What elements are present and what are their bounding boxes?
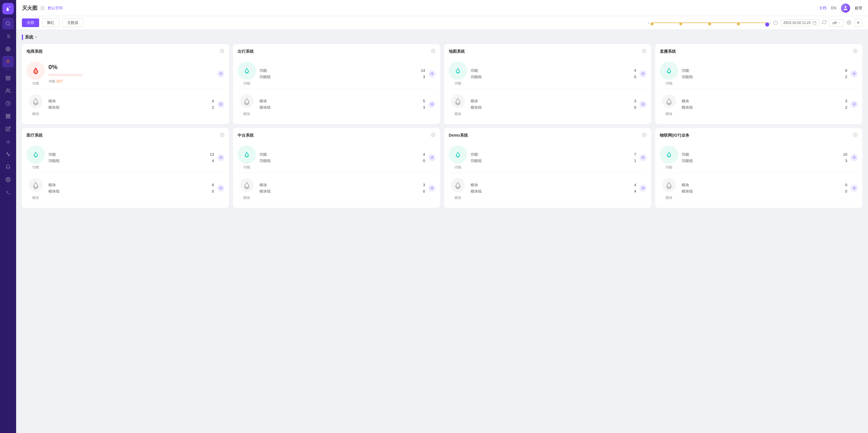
detail-btn-module-transport[interactable]: 详	[429, 101, 435, 108]
detail-btn-func-medical[interactable]: 详	[217, 154, 224, 161]
topbar: 灭火图 默认空间 文档 EN 超管	[16, 0, 868, 16]
stat-func-group-demo: 功能组1	[471, 158, 636, 164]
stat-module-count-map: 模块3	[471, 98, 636, 104]
section-collapse-arrow[interactable]: ▾	[35, 35, 37, 39]
timeline-refresh-btn[interactable]	[822, 20, 827, 26]
avatar[interactable]	[841, 3, 850, 13]
card-func-icon-midplatform	[238, 145, 256, 164]
detail-btn-module-live[interactable]: 详	[851, 101, 858, 108]
detail-btn-module-demo[interactable]: 详	[640, 185, 647, 192]
sidebar-item-target[interactable]	[2, 43, 14, 55]
card-module-icon-map	[449, 92, 467, 110]
sidebar-item-search[interactable]	[2, 18, 14, 29]
card-gear-medical[interactable]	[220, 133, 224, 138]
timeline-dot-3[interactable]	[708, 23, 711, 25]
system-card-ecommerce: 电商系统 功能 0%	[22, 44, 229, 124]
sidebar-item-chart-line[interactable]	[2, 148, 14, 160]
card-gear-map[interactable]	[642, 49, 647, 55]
card-gear-transport[interactable]	[431, 49, 435, 55]
sidebar-item-terminal[interactable]	[2, 186, 14, 198]
timeline-dot-2[interactable]	[679, 23, 682, 25]
detail-btn-module-midplatform[interactable]: 详	[429, 185, 435, 192]
filter-nodata-btn[interactable]: 无数据	[62, 19, 83, 27]
timeline-dot-4[interactable]	[737, 23, 740, 25]
lang-toggle[interactable]: EN	[831, 6, 836, 10]
card-module-section-transport: 模块 模块5 模块组3 详	[238, 89, 435, 119]
svg-point-55	[241, 149, 253, 160]
card-gear-demo[interactable]	[642, 133, 647, 138]
system-card-medical: 医疗系统 功能 功能13	[22, 128, 229, 208]
main-area: 灭火图 默认空间 文档 EN 超管 全部 飘红 无数据 ‹	[16, 0, 868, 433]
card-gear-live[interactable]	[853, 49, 858, 55]
detail-btn-module-ecommerce[interactable]: 详	[217, 101, 224, 108]
detail-btn-module-map[interactable]: 详	[640, 101, 647, 108]
space-selector[interactable]: 默认空间	[48, 5, 63, 11]
sidebar-item-bell[interactable]	[2, 161, 14, 173]
detail-btn-func-iot[interactable]: 详	[851, 154, 858, 161]
svg-point-50	[662, 94, 676, 108]
card-func-section-demo: 功能 功能7 功能组1 详	[449, 142, 647, 173]
timeline-prev[interactable]: ‹	[648, 20, 649, 25]
username[interactable]: 超管	[855, 5, 862, 11]
card-module-stats-midplatform: 模块3 模块组0	[259, 182, 425, 194]
card-icon-col-func-transport: 功能	[238, 61, 256, 86]
timeline-off-btn[interactable]: off	[829, 19, 844, 27]
sidebar-item-fire[interactable]	[2, 56, 14, 67]
dashboard-content: 系统 ▾ 电商系统 功能	[16, 30, 868, 433]
app-logo[interactable]	[2, 3, 14, 15]
card-module-icon-transport	[238, 92, 256, 110]
svg-point-24	[7, 179, 9, 180]
card-func-icon-live	[660, 61, 678, 80]
card-gear-midplatform[interactable]	[431, 133, 435, 138]
section-header: 系统 ▾	[22, 34, 862, 40]
svg-point-16	[7, 89, 8, 90]
timeline-add-btn[interactable]: +	[854, 19, 862, 27]
card-icon-col-func-demo: 功能	[449, 145, 467, 170]
sidebar-item-grid[interactable]	[2, 73, 14, 84]
detail-btn-func-midplatform[interactable]: 详	[429, 154, 435, 161]
card-func-icon-iot	[660, 145, 678, 164]
card-icon-col-func-live: 功能	[660, 61, 678, 86]
card-func-label-ecommerce: 功能	[32, 81, 39, 86]
card-gear-iot[interactable]	[853, 133, 858, 138]
timeline-next[interactable]: ›	[770, 20, 771, 25]
timeline-datetime[interactable]: 2023-10-20 11:23	[781, 19, 819, 26]
detail-btn-module-iot[interactable]: 详	[851, 185, 858, 192]
sidebar-item-edit[interactable]	[2, 123, 14, 135]
card-icon-col-func-iot: 功能	[660, 145, 678, 170]
timeline-track	[652, 20, 767, 26]
card-module-label-midplatform: 模块	[243, 196, 250, 200]
filter-red-btn[interactable]: 飘红	[42, 19, 59, 27]
card-gear-ecommerce[interactable]	[220, 49, 224, 55]
sidebar-item-clock[interactable]	[2, 98, 14, 109]
detail-btn-func-transport[interactable]: 详	[429, 70, 435, 77]
sidebar-item-users[interactable]	[2, 85, 14, 96]
stat-module-count-iot: 模块0	[682, 182, 847, 188]
timeline-settings-btn[interactable]	[847, 20, 851, 26]
filter-all-btn[interactable]: 全部	[22, 19, 39, 27]
sidebar-item-settings2[interactable]	[2, 174, 14, 185]
filter-timeline-bar: 全部 飘红 无数据 ‹ › 2023-10-20 11:23	[16, 16, 868, 30]
detail-btn-module-medical[interactable]: 详	[217, 185, 224, 192]
sidebar	[0, 0, 16, 433]
detail-btn-func-ecommerce[interactable]: 详	[217, 70, 224, 77]
card-func-stats-live: 功能6 功能组2	[682, 68, 847, 80]
stat-func-group-midplatform: 功能组0	[259, 158, 425, 164]
svg-rect-26	[41, 6, 42, 8]
detail-btn-func-demo[interactable]: 详	[640, 154, 647, 161]
svg-point-58	[452, 149, 464, 160]
doc-link[interactable]: 文档	[819, 5, 827, 11]
detail-btn-func-live[interactable]: 详	[851, 70, 858, 77]
card-func-stats-ecommerce: 0% 功能 2/17	[49, 63, 214, 84]
svg-point-62	[662, 178, 676, 192]
detail-btn-func-map[interactable]: 详	[640, 70, 647, 77]
sidebar-item-chart-bar[interactable]	[2, 136, 14, 147]
timeline-dot-1[interactable]	[651, 23, 653, 25]
timeline-info-icon[interactable]	[773, 21, 778, 25]
sidebar-item-list[interactable]	[2, 31, 14, 42]
card-module-section-medical: 模块 模块6 模块组0 详	[27, 173, 224, 203]
card-icon-col-module-ecommerce: 模块	[27, 92, 45, 116]
stat-module-group-iot: 模块组0	[682, 189, 847, 194]
sidebar-item-stack[interactable]	[2, 110, 14, 122]
timeline-dot-5[interactable]	[765, 23, 769, 27]
